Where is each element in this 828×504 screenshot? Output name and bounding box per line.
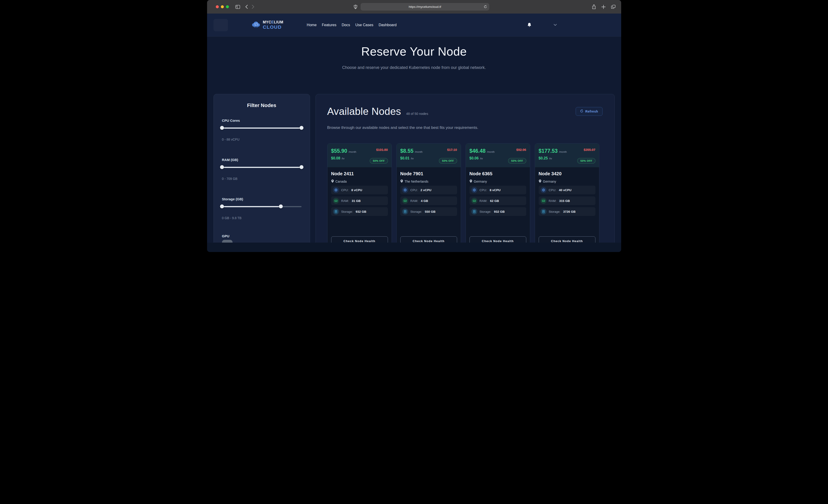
per-hour-label: /hr xyxy=(342,157,345,160)
tab-overview-icon[interactable] xyxy=(611,5,616,9)
slider-min-handle[interactable] xyxy=(220,165,224,169)
monthly-price: $8.55 xyxy=(400,148,414,154)
storage-spec-row: Storage: 932 GB xyxy=(469,207,526,216)
storage-range-text: 0 GB - 9.8 TB xyxy=(222,216,301,220)
slider-max-handle[interactable] xyxy=(299,126,303,130)
location-pin-icon xyxy=(400,179,403,183)
filter-panel: Filter Nodes CPU Cores 0 - 88 vCPU RAM (… xyxy=(213,94,310,252)
forward-icon[interactable] xyxy=(252,5,254,9)
hourly-price: $0.08 xyxy=(331,156,340,160)
share-icon[interactable] xyxy=(592,4,596,9)
nav-link-home[interactable]: Home xyxy=(306,22,317,28)
cpu-spec-label: CPU: xyxy=(480,188,487,192)
per-hour-label: /hr xyxy=(411,157,414,160)
browser-toolbar: https://myceliumcloud.tf xyxy=(207,0,621,13)
storage-spec-label: Storage: xyxy=(480,210,491,213)
storage-label: Storage (GB) xyxy=(222,197,301,201)
node-location: Germany xyxy=(469,179,526,183)
new-tab-icon[interactable] xyxy=(602,5,606,9)
sidebar-toggle-icon[interactable] xyxy=(235,5,240,9)
brand-logo[interactable]: MYCELIUM CLOUD xyxy=(251,20,283,30)
cpu-icon xyxy=(540,187,546,193)
url-text: https://myceliumcloud.tf xyxy=(409,5,441,8)
node-card[interactable]: $46.48 /month $0.06 /hr $92.96 50% OFF N… xyxy=(466,143,530,249)
per-hour-label: /hr xyxy=(480,157,483,160)
ram-label: RAM (GB) xyxy=(222,158,301,162)
storage-spec-value: 3726 GB xyxy=(563,210,576,213)
cpu-spec-value: 8 vCPU xyxy=(351,188,362,192)
ram-icon xyxy=(540,198,546,204)
storage-spec-value: 550 GB xyxy=(425,210,436,213)
ram-spec-row: RAM: 315 GB xyxy=(539,197,595,205)
slider-selected-range xyxy=(222,206,281,207)
location-pin-icon xyxy=(331,179,334,183)
nav-link-use-cases[interactable]: Use Cases xyxy=(355,22,374,28)
minimize-window-button[interactable] xyxy=(221,5,224,8)
zoom-window-button[interactable] xyxy=(226,5,229,8)
card-body: Node 6365 Germany CPU: 8 vCPU xyxy=(466,167,530,249)
per-month-label: /month xyxy=(415,151,423,153)
reload-icon[interactable] xyxy=(484,5,487,8)
cpu-spec-value: 8 vCPU xyxy=(490,188,500,192)
main-content: Filter Nodes CPU Cores 0 - 88 vCPU RAM (… xyxy=(207,94,621,252)
node-card[interactable]: $55.90 /month $0.08 /hr $101.80 50% OFF … xyxy=(327,143,392,249)
slider-min-handle[interactable] xyxy=(220,126,224,130)
node-name: Node 6365 xyxy=(469,171,526,176)
ram-icon xyxy=(402,198,408,204)
cpu-spec-row: CPU: 2 vCPU xyxy=(400,185,457,194)
node-location: Canada xyxy=(331,179,388,183)
notifications-bell-icon[interactable] xyxy=(527,23,532,27)
slider-max-handle[interactable] xyxy=(279,204,283,208)
cpu-icon xyxy=(471,187,477,193)
close-window-button[interactable] xyxy=(216,5,219,8)
nodes-header: Available Nodes 48 of 50 nodes Refresh xyxy=(327,106,603,117)
ram-slider[interactable] xyxy=(222,165,301,169)
per-month-label: /month xyxy=(348,151,357,153)
slider-max-handle[interactable] xyxy=(299,165,303,169)
discount-badge: 50% OFF xyxy=(439,158,457,164)
node-card[interactable]: $8.55 /month $0.01 /hr $17.10 50% OFF No… xyxy=(397,143,461,249)
storage-spec-row: Storage: 3726 GB xyxy=(539,207,595,216)
nav-placeholder-box xyxy=(213,19,228,31)
per-month-label: /month xyxy=(487,151,495,153)
storage-spec-label: Storage: xyxy=(341,210,353,213)
card-body: Node 3420 Germany CPU: 40 vCPU xyxy=(535,167,599,249)
cpu-spec-row: CPU: 8 vCPU xyxy=(331,185,388,194)
storage-icon xyxy=(333,209,339,215)
slider-selected-range xyxy=(222,127,301,129)
slider-min-handle[interactable] xyxy=(220,204,224,208)
nav-link-dashboard[interactable]: Dashboard xyxy=(378,22,397,28)
node-card[interactable]: $177.53 /month $0.25 /hr $355.07 50% OFF… xyxy=(535,143,599,249)
discount-badge: 50% OFF xyxy=(577,158,595,164)
card-pricing-header: $46.48 /month $0.06 /hr $92.96 50% OFF xyxy=(466,143,530,167)
ram-spec-value: 4 GB xyxy=(421,199,428,203)
refresh-button[interactable]: Refresh xyxy=(576,107,603,116)
storage-spec-label: Storage: xyxy=(410,210,422,213)
cpu-cores-slider[interactable] xyxy=(222,126,301,130)
address-bar[interactable]: https://myceliumcloud.tf xyxy=(361,3,489,10)
storage-slider[interactable] xyxy=(222,205,301,208)
ram-spec-label: RAM: xyxy=(341,199,349,203)
brand-wordmark: MYCELIUM CLOUD xyxy=(263,20,283,30)
nav-links: Home Features Docs Use Cases Dashboard xyxy=(306,22,397,28)
cpu-spec-value: 2 vCPU xyxy=(420,188,431,192)
node-name: Node 3420 xyxy=(539,171,595,176)
cpu-icon xyxy=(402,187,408,193)
nav-link-docs[interactable]: Docs xyxy=(341,22,350,28)
ram-spec-label: RAM: xyxy=(480,199,487,203)
back-icon[interactable] xyxy=(245,5,248,9)
gpu-label: GPU xyxy=(222,234,301,238)
nodes-count-badge: 48 of 50 nodes xyxy=(406,112,428,116)
storage-icon xyxy=(540,209,546,215)
privacy-shield-icon[interactable] xyxy=(354,5,357,9)
cpu-spec-label: CPU: xyxy=(341,188,348,192)
ram-spec-value: 315 GB xyxy=(559,199,570,203)
ram-icon xyxy=(333,198,339,204)
ram-spec-value: 62 GB xyxy=(490,199,499,203)
nav-link-features[interactable]: Features xyxy=(322,22,337,28)
location-pin-icon xyxy=(469,179,472,183)
node-cards-row: $55.90 /month $0.08 /hr $101.80 50% OFF … xyxy=(327,143,603,249)
cpu-cores-range-text: 0 - 88 vCPU xyxy=(222,138,301,141)
chevron-down-icon[interactable] xyxy=(553,24,557,26)
card-body: Node 2411 Canada CPU: 8 vCPU xyxy=(328,167,391,249)
